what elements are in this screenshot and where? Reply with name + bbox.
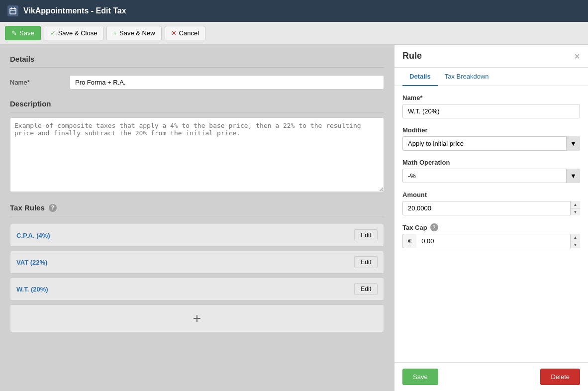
save-icon: ✎	[11, 29, 17, 37]
tab-details[interactable]: Details	[402, 68, 438, 86]
tax-rules-list: C.P.A. (4%) Edit VAT (22%) Edit W.T. (20…	[10, 224, 384, 300]
tax-cap-group: Tax Cap ? € ▲ ▼	[402, 223, 580, 248]
amount-decrement-button[interactable]: ▼	[571, 208, 580, 215]
app-header: VikAppointments - Edit Tax	[0, 0, 588, 22]
svg-rect-0	[10, 8, 16, 14]
right-panel-body: Name* Modifier Apply to initial price Ap…	[394, 86, 588, 362]
description-textarea[interactable]	[10, 117, 384, 192]
main-layout: Details Name* Description Tax Rules ? C.…	[0, 45, 588, 391]
page-title: VikAppointments - Edit Tax	[23, 6, 126, 15]
app-icon	[7, 5, 18, 16]
plus-icon: +	[113, 29, 117, 37]
tax-rule-name: VAT (22%)	[16, 259, 47, 266]
right-panel-header: Rule ×	[394, 45, 588, 68]
tax-cap-input-wrapper: ▲ ▼	[416, 234, 580, 248]
toolbar: ✎ Save ✓ Save & Close + Save & New ✕ Can…	[0, 22, 588, 45]
tab-tax-breakdown[interactable]: Tax Breakdown	[438, 68, 496, 86]
checkmark-icon: ✓	[50, 29, 56, 37]
math-operation-label: Math Operation	[402, 159, 580, 166]
name-form-group: Name*	[10, 75, 384, 90]
cancel-icon: ✕	[171, 29, 177, 37]
tax-rules-header: Tax Rules ?	[10, 203, 384, 216]
tax-rules-section: Tax Rules ? C.P.A. (4%) Edit VAT (22%) E…	[10, 203, 384, 332]
close-button[interactable]: ×	[574, 51, 580, 61]
amount-label: Amount	[402, 191, 580, 198]
amount-spinner: ▲ ▼	[570, 201, 580, 215]
name-input[interactable]	[70, 75, 384, 90]
modifier-group: Modifier Apply to initial price Apply to…	[402, 126, 580, 151]
currency-symbol: €	[402, 234, 416, 248]
save-button[interactable]: ✎ Save	[5, 26, 41, 40]
tax-cap-label: Tax Cap ?	[402, 223, 580, 231]
tax-rules-title: Tax Rules	[10, 203, 45, 212]
edit-rule-button[interactable]: Edit	[354, 256, 378, 268]
tax-cap-decrement-button[interactable]: ▼	[571, 241, 580, 248]
tax-cap-increment-button[interactable]: ▲	[571, 234, 580, 241]
modifier-select-wrapper: Apply to initial price Apply to previous…	[402, 136, 580, 151]
tax-rule-name: W.T. (20%)	[16, 286, 48, 293]
description-title: Description	[10, 99, 384, 112]
tax-cap-spinner: ▲ ▼	[570, 234, 580, 248]
amount-group: Amount ▲ ▼	[402, 191, 580, 215]
rule-name-label: Name*	[402, 94, 580, 101]
tax-rule-item: C.P.A. (4%) Edit	[10, 224, 384, 247]
save-close-button[interactable]: ✓ Save & Close	[44, 26, 104, 40]
math-operation-group: Math Operation -% +% - + * ▼	[402, 159, 580, 183]
save-rule-button[interactable]: Save	[402, 369, 438, 385]
cancel-button[interactable]: ✕ Cancel	[165, 26, 205, 40]
tax-rule-item: W.T. (20%) Edit	[10, 278, 384, 300]
right-panel: Rule × Details Tax Breakdown Name* Modif…	[394, 45, 588, 391]
description-section: Description	[10, 99, 384, 194]
tax-cap-help-icon[interactable]: ?	[430, 223, 438, 231]
left-panel: Details Name* Description Tax Rules ? C.…	[0, 45, 394, 391]
amount-input[interactable]	[402, 201, 580, 215]
math-operation-select-wrapper: -% +% - + * ▼	[402, 169, 580, 183]
name-label: Name*	[10, 79, 70, 86]
modifier-select[interactable]: Apply to initial price Apply to previous…	[402, 136, 580, 151]
save-new-button[interactable]: + Save & New	[106, 26, 161, 40]
delete-rule-button[interactable]: Delete	[540, 369, 580, 385]
math-operation-select[interactable]: -% +% - + *	[402, 169, 580, 183]
add-icon: +	[193, 310, 201, 326]
modifier-label: Modifier	[402, 126, 580, 134]
tabs: Details Tax Breakdown	[394, 68, 588, 86]
tax-cap-input[interactable]	[416, 234, 580, 248]
right-panel-footer: Save Delete	[394, 362, 588, 391]
edit-rule-button[interactable]: Edit	[354, 229, 378, 241]
tax-rule-name: C.P.A. (4%)	[16, 232, 50, 239]
details-section-title: Details	[10, 55, 384, 68]
tax-cap-row: € ▲ ▼	[402, 234, 580, 248]
amount-input-wrapper: ▲ ▼	[402, 201, 580, 215]
right-panel-title: Rule	[402, 51, 422, 61]
add-rule-button[interactable]: +	[10, 304, 384, 332]
tax-rules-help-icon[interactable]: ?	[49, 204, 57, 212]
amount-increment-button[interactable]: ▲	[571, 201, 580, 208]
rule-name-group: Name*	[402, 94, 580, 118]
edit-rule-button[interactable]: Edit	[354, 283, 378, 295]
rule-name-input[interactable]	[402, 104, 580, 118]
tax-rule-item: VAT (22%) Edit	[10, 251, 384, 274]
